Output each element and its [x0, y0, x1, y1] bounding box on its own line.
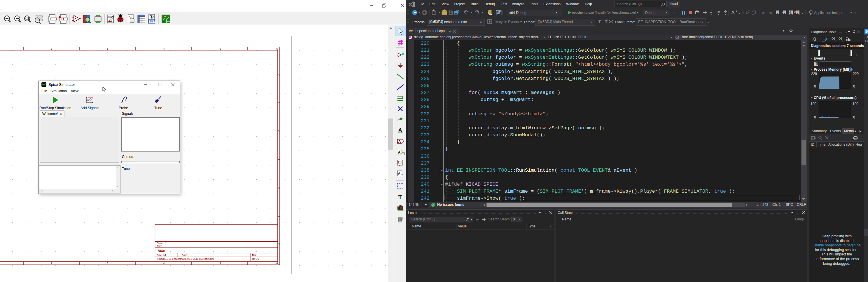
svg-text:C: C [278, 187, 280, 190]
svg-text:3: 3 [106, 47, 108, 50]
svg-text:3: 3 [106, 262, 108, 265]
svg-text:File:: File: [157, 245, 162, 248]
svg-text:A: A [398, 150, 401, 154]
svg-text:B: B [278, 130, 279, 133]
svg-text:Sheet: /: Sheet: / [157, 242, 166, 245]
svg-text:A: A [398, 140, 401, 144]
svg-text:2: 2 [51, 47, 52, 50]
svg-text:T: T [398, 194, 402, 200]
svg-text:eeschema.exe (Install) (bin\ee: eeschema.exe (Install) (bin\eeschema.exe… [572, 11, 636, 14]
svg-text:BOM: BOM [149, 20, 155, 23]
svg-text:KiCad E.D.A. eeschema (5.99.0: KiCad E.D.A. eeschema (5.99.0-2519-g58cb… [157, 257, 214, 260]
svg-text:Id: 1/1: Id: 1/1 [252, 257, 259, 260]
svg-text:D: D [278, 243, 280, 246]
svg-text:Debug: Debug [645, 11, 655, 15]
svg-text:4: 4 [163, 262, 164, 265]
svg-text:x64-Debug: x64-Debug [509, 11, 526, 15]
svg-text:$: $ [151, 15, 153, 19]
svg-text:A: A [398, 127, 402, 133]
svg-text:V(t): V(t) [88, 96, 93, 99]
svg-text:Rev:: Rev: [252, 254, 257, 257]
svg-text:5: 5 [219, 47, 221, 50]
svg-text:A: A [398, 172, 400, 175]
svg-text:6: 6 [276, 262, 278, 265]
svg-text:A: A [278, 73, 279, 76]
svg-text:6: 6 [276, 47, 278, 50]
svg-text:Size: A4: Size: A4 [157, 254, 166, 257]
svg-text:Title:: Title: [157, 249, 165, 253]
svg-text:Date:: Date: [182, 254, 188, 257]
svg-text:Application Insights: Application Insights [814, 11, 844, 15]
svg-text:2: 2 [51, 262, 52, 265]
svg-text:5: 5 [219, 262, 221, 265]
svg-text:4: 4 [163, 47, 164, 50]
